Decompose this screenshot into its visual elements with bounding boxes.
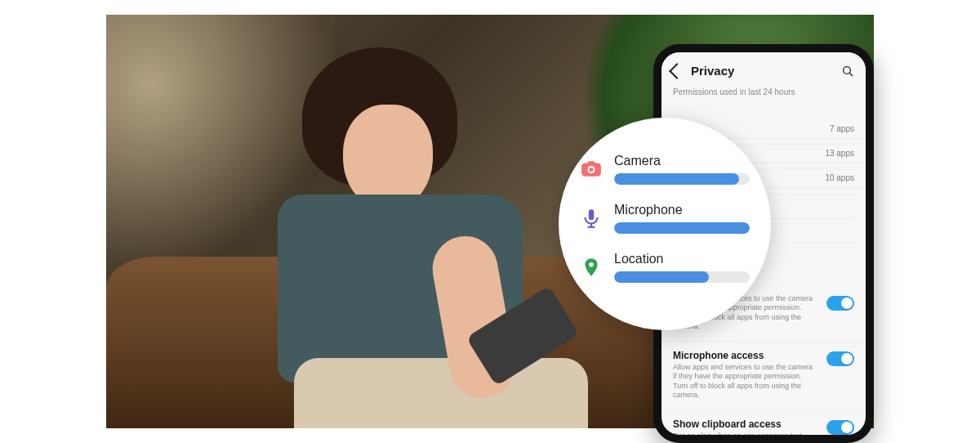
- toggle-clipboard-access[interactable]: [826, 420, 854, 435]
- microphone-icon: [580, 207, 603, 230]
- svg-rect-6: [589, 209, 595, 220]
- access-row-clipboard[interactable]: Show clipboard access Get an alert when …: [662, 410, 866, 435]
- camera-icon: [580, 158, 603, 181]
- svg-rect-5: [588, 161, 595, 164]
- lens-bar: [614, 222, 750, 234]
- access-desc: Get an alert when an app accesses text,: [673, 432, 818, 435]
- access-row-microphone[interactable]: Microphone access Allow apps and service…: [662, 342, 866, 410]
- access-title: Microphone access: [673, 350, 818, 361]
- svg-point-4: [589, 168, 593, 172]
- access-title: Show clipboard access: [673, 418, 818, 430]
- lens-bar: [614, 271, 750, 283]
- toggle-camera-access[interactable]: [826, 296, 854, 311]
- lens-label: Microphone: [614, 203, 750, 217]
- lens-label: Location: [614, 252, 750, 266]
- promo-stage: Privacy Permissions used in last 24 hour…: [0, 0, 980, 443]
- lens-row-camera: Camera: [580, 154, 750, 185]
- access-desc: Allow apps and services to use the camer…: [673, 363, 818, 400]
- screen-header: Privacy: [662, 52, 866, 86]
- perm-count: 7 apps: [830, 124, 854, 133]
- perm-count: 10 apps: [825, 173, 854, 182]
- back-icon[interactable]: [669, 63, 685, 79]
- svg-line-1: [849, 73, 853, 76]
- photo-person: [229, 47, 572, 423]
- location-icon: [580, 256, 603, 279]
- search-icon[interactable]: [841, 65, 854, 78]
- svg-point-9: [589, 262, 594, 267]
- svg-point-0: [844, 66, 851, 74]
- lens-row-location: Location: [580, 252, 750, 283]
- section-label: Permissions used in last 24 hours: [662, 86, 866, 103]
- page-title: Privacy: [691, 64, 734, 78]
- lens-bar: [614, 173, 750, 185]
- toggle-microphone-access[interactable]: [826, 351, 854, 366]
- lens-label: Camera: [614, 154, 750, 168]
- lens-row-microphone: Microphone: [580, 203, 750, 234]
- magnifier-lens: Camera Microphone Location: [559, 118, 771, 330]
- perm-count: 13 apps: [825, 149, 854, 158]
